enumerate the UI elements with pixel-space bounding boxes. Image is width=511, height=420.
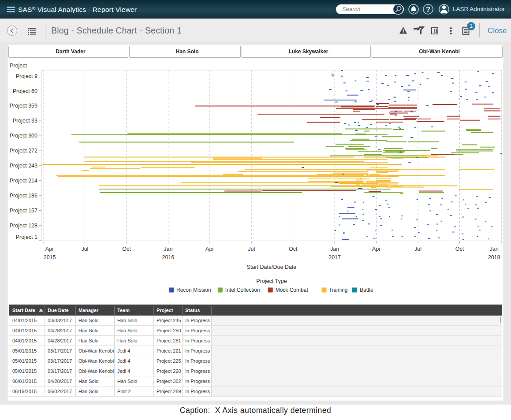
svg-text:Apr: Apr (205, 246, 214, 252)
svg-text:Project 272: Project 272 (10, 148, 37, 154)
svg-text:Apr: Apr (45, 246, 54, 252)
svg-text:Recon Mission: Recon Mission (176, 287, 211, 293)
svg-text:Project 9: Project 9 (16, 73, 37, 79)
svg-text:Oct: Oct (289, 246, 298, 252)
svg-text:Jan: Jan (330, 246, 339, 252)
svg-text:Project 1: Project 1 (16, 234, 37, 240)
svg-text:Project 157: Project 157 (10, 208, 37, 214)
svg-text:Project Type: Project Type (256, 278, 287, 284)
svg-text:Project: Project (10, 63, 27, 69)
svg-text:?: ? (426, 5, 430, 13)
svg-text:Project 243: Project 243 (10, 163, 37, 169)
svg-text:Oct: Oct (455, 246, 464, 252)
svg-text:Jul: Jul (414, 246, 421, 252)
svg-text:Jul: Jul (81, 246, 88, 252)
svg-text:Jul: Jul (248, 246, 255, 252)
svg-text:Jan: Jan (164, 246, 172, 252)
svg-text:Start Date/Due Date: Start Date/Due Date (247, 264, 297, 270)
svg-text:Project 214: Project 214 (10, 178, 37, 184)
svg-text:Training: Training (329, 287, 348, 293)
svg-text:Oct: Oct (122, 246, 131, 252)
svg-text:Intel Collection: Intel Collection (225, 287, 260, 293)
svg-text:Project 300: Project 300 (10, 133, 37, 139)
svg-text:2017: 2017 (328, 254, 341, 260)
svg-text:Jan: Jan (490, 246, 499, 252)
svg-text:Battle: Battle (360, 287, 373, 293)
svg-text:Project 60: Project 60 (13, 88, 37, 94)
svg-text:Mock Combat: Mock Combat (276, 287, 309, 293)
svg-text:Project 359: Project 359 (10, 103, 37, 109)
svg-text:Apr: Apr (372, 246, 380, 252)
svg-text:Project 33: Project 33 (13, 118, 37, 124)
svg-text:2018: 2018 (488, 254, 500, 260)
svg-text:2015: 2015 (44, 254, 56, 260)
svg-text:Project 186: Project 186 (10, 193, 37, 199)
svg-text:2016: 2016 (162, 254, 174, 260)
svg-text:Project 128: Project 128 (10, 223, 37, 229)
